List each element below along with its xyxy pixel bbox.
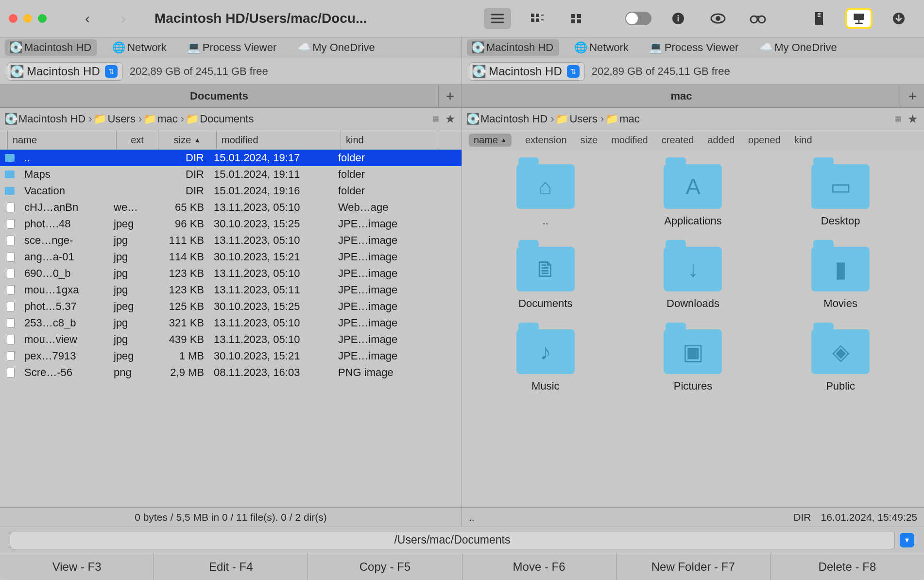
- edit-button[interactable]: Edit - F4: [154, 553, 308, 580]
- path-bar: /Users/mac/Documents ▾: [0, 527, 924, 553]
- fav-tab[interactable]: 🌐Network: [108, 39, 172, 56]
- file-list[interactable]: ..DIR15.01.2024, 19:17folderMapsDIR15.01…: [0, 150, 462, 507]
- fav-tab[interactable]: 🌐Network: [570, 39, 634, 56]
- favorite-star-icon[interactable]: ★: [907, 112, 918, 126]
- col-header-name[interactable]: name▲: [469, 134, 512, 147]
- breadcrumb-item[interactable]: Documents: [200, 113, 254, 125]
- path-input[interactable]: /Users/mac/Documents: [10, 531, 895, 549]
- list-mode-icon[interactable]: ≡: [432, 112, 439, 126]
- breadcrumb-item[interactable]: mac: [619, 113, 640, 125]
- folder-icon-item[interactable]: ▣Pictures: [629, 329, 757, 392]
- move-button[interactable]: Move - F6: [462, 553, 616, 580]
- file-name: mou…1gxa: [19, 284, 109, 296]
- folder-icon-item[interactable]: ⌂..: [481, 164, 610, 227]
- add-tab-button[interactable]: +: [438, 85, 462, 107]
- breadcrumb-item[interactable]: Macintosh HD: [18, 113, 86, 125]
- folder-icon-item[interactable]: ♪Music: [481, 329, 610, 392]
- close-button[interactable]: [9, 14, 17, 23]
- fav-tab[interactable]: 💽Macintosh HD: [467, 39, 559, 56]
- add-tab-button[interactable]: +: [901, 85, 924, 107]
- minimize-button[interactable]: [23, 14, 32, 23]
- col-header[interactable]: opened: [748, 135, 781, 146]
- fav-tab[interactable]: 💽Macintosh HD: [5, 39, 97, 56]
- col-header-size[interactable]: size▲: [158, 130, 217, 150]
- folder-icon-item[interactable]: ◈Public: [776, 329, 905, 392]
- copy-button[interactable]: Copy - F5: [308, 553, 462, 580]
- view-list-icon[interactable]: [484, 8, 511, 29]
- folder-icon-item[interactable]: ▮Movies: [776, 247, 905, 310]
- volume-selector[interactable]: 💽 Macintosh HD ⇅: [469, 62, 585, 81]
- file-row[interactable]: 253…c8_bjpg321 KB13.11.2023, 05:10JPE…im…: [0, 315, 462, 331]
- file-row[interactable]: pex…7913jpeg1 MB30.10.2023, 15:21JPE…ima…: [0, 348, 462, 364]
- fav-tab-label: Macintosh HD: [486, 41, 553, 54]
- col-header[interactable]: size: [581, 135, 598, 146]
- folder-icon: ▣: [664, 329, 722, 374]
- fav-tab[interactable]: 💻Process Viewer: [645, 39, 744, 56]
- icon-view[interactable]: ⌂..AApplications▭Desktop🗎Documents↓Downl…: [462, 150, 924, 507]
- info-icon[interactable]: i: [665, 8, 692, 29]
- view-grid-icon[interactable]: [564, 8, 591, 29]
- fav-tab[interactable]: ☁️My OneDrive: [293, 39, 380, 56]
- col-header[interactable]: kind: [794, 135, 812, 146]
- file-row[interactable]: Scre…-56png2,9 MB08.11.2023, 16:03PNG im…: [0, 364, 462, 381]
- new-folder-button[interactable]: New Folder - F7: [616, 553, 770, 580]
- network-share-icon[interactable]: [845, 8, 873, 29]
- binoculars-icon[interactable]: [744, 8, 771, 29]
- folder-icon: ⌂: [516, 164, 575, 209]
- folder-icon-item[interactable]: ▭Desktop: [776, 164, 905, 227]
- col-header[interactable]: added: [707, 135, 735, 146]
- breadcrumb-item[interactable]: mac: [157, 113, 178, 125]
- view-columns-icon[interactable]: [524, 8, 551, 29]
- quicklook-icon[interactable]: [704, 8, 732, 29]
- file-icon: [7, 236, 15, 245]
- col-header[interactable]: extension: [525, 135, 567, 146]
- list-mode-icon[interactable]: ≡: [895, 112, 902, 126]
- favorite-star-icon[interactable]: ★: [445, 112, 456, 126]
- zoom-button[interactable]: [38, 14, 47, 23]
- file-row[interactable]: VacationDIR15.01.2024, 19:16folder: [0, 183, 462, 199]
- file-row[interactable]: mou…1gxajpg123 KB13.11.2023, 05:11JPE…im…: [0, 282, 462, 298]
- file-row[interactable]: sce…nge-jpg111 KB13.11.2023, 05:10JPE…im…: [0, 232, 462, 249]
- breadcrumb-item[interactable]: Macintosh HD: [480, 113, 548, 125]
- view-button[interactable]: View - F3: [0, 553, 154, 580]
- file-kind: JPE…image: [333, 284, 430, 296]
- file-icon: [7, 368, 15, 377]
- delete-button[interactable]: Delete - F8: [770, 553, 924, 580]
- toggle-switch[interactable]: [625, 8, 652, 29]
- file-row[interactable]: phot….48jpeg96 KB30.10.2023, 15:25JPE…im…: [0, 216, 462, 232]
- footer-toolbar: View - F3 Edit - F4 Copy - F5 Move - F6 …: [0, 553, 924, 580]
- panel-tab[interactable]: mac: [462, 85, 901, 107]
- fav-tab[interactable]: 💻Process Viewer: [183, 39, 282, 56]
- forward-button[interactable]: ›: [109, 7, 138, 30]
- file-row[interactable]: ..DIR15.01.2024, 19:17folder: [0, 150, 462, 166]
- file-row[interactable]: cHJ…anBnwe…65 KB13.11.2023, 05:10Web…age: [0, 199, 462, 216]
- col-header-ext[interactable]: ext: [117, 130, 158, 150]
- col-header-name[interactable]: name: [8, 130, 117, 150]
- breadcrumb-item[interactable]: Users: [107, 113, 135, 125]
- file-row[interactable]: mou…viewjpg439 KB13.11.2023, 05:10JPE…im…: [0, 331, 462, 348]
- col-header[interactable]: modified: [611, 135, 648, 146]
- col-header-modified[interactable]: modified: [217, 130, 341, 150]
- folder-label: Public: [826, 380, 855, 392]
- folder-icon: ↓: [664, 247, 722, 291]
- archive-icon[interactable]: [805, 8, 833, 29]
- download-icon[interactable]: [885, 8, 912, 29]
- path-history-dropdown[interactable]: ▾: [900, 533, 914, 547]
- folder-icon-item[interactable]: 🗎Documents: [481, 247, 610, 310]
- file-row[interactable]: ang…a-01jpg114 KB30.10.2023, 15:21JPE…im…: [0, 249, 462, 265]
- back-button[interactable]: ‹: [73, 7, 102, 30]
- file-row[interactable]: phot…5.37jpeg125 KB30.10.2023, 15:25JPE……: [0, 298, 462, 315]
- folder-icon-item[interactable]: ↓Downloads: [629, 247, 757, 310]
- file-name: phot…5.37: [19, 300, 109, 313]
- volume-selector[interactable]: 💽 Macintosh HD ⇅: [7, 62, 123, 81]
- panel-tab[interactable]: Documents: [0, 85, 438, 107]
- fav-tab[interactable]: ☁️My OneDrive: [755, 39, 842, 56]
- folder-icon-item[interactable]: AApplications: [629, 164, 757, 227]
- col-header-kind[interactable]: kind: [341, 130, 438, 150]
- file-icon: [7, 203, 15, 212]
- breadcrumb-item[interactable]: Users: [569, 113, 597, 125]
- folder-label: ..: [543, 215, 548, 227]
- col-header[interactable]: created: [662, 135, 694, 146]
- file-row[interactable]: 690…0_bjpg123 KB13.11.2023, 05:10JPE…ima…: [0, 265, 462, 282]
- file-row[interactable]: MapsDIR15.01.2024, 19:11folder: [0, 166, 462, 183]
